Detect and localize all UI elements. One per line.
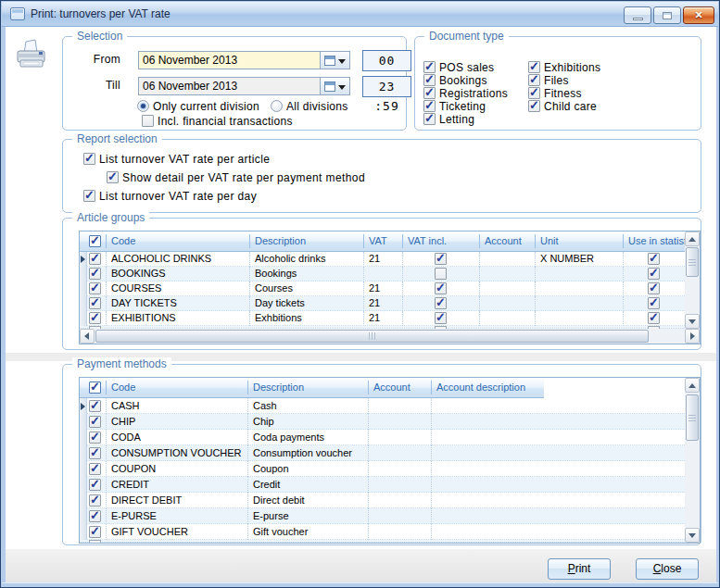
row-indicator — [80, 445, 87, 461]
till-date-input[interactable]: 06 November 2013 — [138, 77, 321, 95]
column-header-account[interactable]: Account — [479, 231, 535, 252]
doc-child-care-checkbox[interactable] — [528, 100, 540, 112]
column-header-code[interactable]: Code — [106, 231, 249, 252]
row-checkbox[interactable] — [89, 253, 101, 265]
row-checkbox[interactable] — [89, 268, 101, 280]
titlebar[interactable]: Print: turnovers per VAT rate ✕ — [2, 2, 718, 27]
report-detail-payment-method-checkbox[interactable] — [107, 171, 119, 183]
cell-checkbox-vat_incl[interactable] — [435, 253, 447, 265]
from-date-input[interactable]: 06 November 2013 — [138, 51, 321, 69]
row-checkbox[interactable] — [89, 526, 101, 538]
column-header-description[interactable]: Description — [249, 231, 363, 252]
cell-description: Consumption voucher — [247, 445, 368, 461]
column-header-unit[interactable]: Unit — [535, 231, 623, 252]
cell-checkbox-use_in_statistic[interactable] — [648, 297, 660, 309]
row-checkbox[interactable] — [89, 416, 101, 428]
close-icon: ✕ — [684, 9, 714, 21]
cell-checkbox-vat_incl[interactable] — [435, 268, 447, 280]
cell-checkbox-vat_incl[interactable] — [435, 312, 447, 324]
maximize-button[interactable] — [653, 6, 681, 24]
till-label: Till — [82, 79, 120, 92]
cell-account — [368, 398, 431, 414]
row-indicator — [80, 430, 87, 445]
article-groups-vertical-scrollbar[interactable] — [685, 231, 700, 329]
column-header-description[interactable]: Description — [247, 378, 368, 398]
cell-account_description — [431, 508, 544, 524]
cell-description: Chip — [247, 414, 368, 430]
row-checkbox[interactable] — [89, 282, 101, 294]
row-checkbox[interactable] — [89, 400, 101, 412]
calendar-icon — [324, 81, 335, 92]
cell-account — [479, 281, 535, 296]
cell-account_description — [431, 493, 544, 508]
report-detail-payment-method-label: Show detail per VAT rate per payment met… — [122, 171, 365, 184]
radio-only-current-division[interactable] — [137, 100, 149, 112]
close-window-button[interactable]: ✕ — [683, 6, 714, 24]
cell-checkbox-vat_incl[interactable] — [435, 282, 447, 294]
minimize-button[interactable] — [624, 6, 651, 24]
cell-account_description — [431, 477, 544, 493]
cell-checkbox-use_in_statistic[interactable] — [648, 282, 660, 294]
scroll-left-button[interactable] — [80, 329, 95, 344]
scroll-up-button[interactable] — [685, 378, 700, 393]
row-checkbox[interactable] — [89, 463, 101, 475]
cell-code: DIRECT DEBIT — [106, 493, 247, 508]
till-date-picker-button[interactable] — [321, 77, 350, 95]
row-checkbox[interactable] — [89, 312, 101, 324]
cell-checkbox-use_in_statistic[interactable] — [648, 268, 660, 280]
row-checkbox[interactable] — [89, 479, 101, 491]
cell-vat: 21 — [363, 311, 402, 326]
row-checkbox[interactable] — [89, 447, 101, 459]
column-header-account_description[interactable]: Account description — [431, 378, 544, 398]
article-groups-horizontal-scrollbar[interactable] — [80, 329, 700, 344]
report-per-day-checkbox[interactable] — [83, 190, 95, 202]
column-header-vat_incl[interactable]: VAT incl. — [402, 231, 479, 252]
from-date-picker-button[interactable] — [321, 51, 350, 69]
report-per-article-checkbox[interactable] — [83, 153, 95, 165]
close-button[interactable]: Close — [636, 558, 699, 580]
till-time-input[interactable]: 23 :59 — [362, 76, 411, 97]
scroll-up-button[interactable] — [685, 231, 700, 246]
row-indicator — [80, 493, 87, 508]
cell-checkbox-use_in_statistic[interactable] — [648, 312, 660, 324]
scroll-down-button[interactable] — [685, 528, 700, 543]
scrollbar-thumb[interactable] — [686, 247, 699, 277]
chevron-down-icon — [338, 85, 346, 90]
doc-letting-checkbox[interactable] — [423, 113, 436, 125]
payment-methods-vertical-scrollbar[interactable] — [685, 378, 700, 543]
payment-methods-table: CodeDescriptionAccountAccount descriptio… — [79, 377, 701, 544]
incl-financial-checkbox[interactable] — [142, 115, 154, 127]
from-time-input[interactable]: 00 :00 — [362, 50, 411, 71]
row-checkbox[interactable] — [89, 494, 101, 507]
row-checkbox[interactable] — [89, 297, 101, 309]
column-header-account[interactable]: Account — [368, 378, 431, 398]
printer-icon — [12, 36, 51, 75]
scrollbar-thumb[interactable] — [95, 330, 649, 343]
scrollbar-thumb[interactable] — [686, 394, 699, 441]
column-header-code[interactable]: Code — [106, 378, 247, 398]
column-header-vat[interactable]: VAT — [363, 231, 402, 252]
cell-checkbox-use_in_statistic[interactable] — [648, 253, 660, 265]
row-indicator — [80, 296, 87, 311]
cell-description: Day tickets — [249, 296, 363, 311]
row-indicator — [80, 524, 87, 540]
payment-methods-group: Payment methods CodeDescriptionAccountAc… — [62, 364, 701, 545]
cell-vat: 21 — [363, 296, 402, 311]
select-all-checkbox[interactable] — [89, 382, 101, 394]
cell-code: CASH — [106, 398, 247, 414]
cell-description: Courses — [249, 281, 363, 296]
print-button[interactable]: Print — [548, 558, 611, 580]
radio-all-divisions[interactable] — [271, 100, 283, 112]
cell-account — [368, 524, 431, 540]
column-header-use_in_statistic[interactable]: Use in statistic — [623, 231, 685, 252]
row-checkbox[interactable] — [89, 432, 101, 444]
partial-checkbox — [89, 540, 101, 543]
cell-checkbox-vat_incl[interactable] — [435, 297, 447, 309]
scroll-down-button[interactable] — [685, 314, 700, 329]
row-indicator — [80, 461, 87, 477]
select-all-checkbox[interactable] — [89, 235, 101, 247]
cell-description: E-purse — [247, 508, 368, 524]
scroll-right-button[interactable] — [685, 329, 700, 344]
row-checkbox[interactable] — [89, 510, 101, 522]
cell-description: Coda payments — [247, 430, 368, 445]
